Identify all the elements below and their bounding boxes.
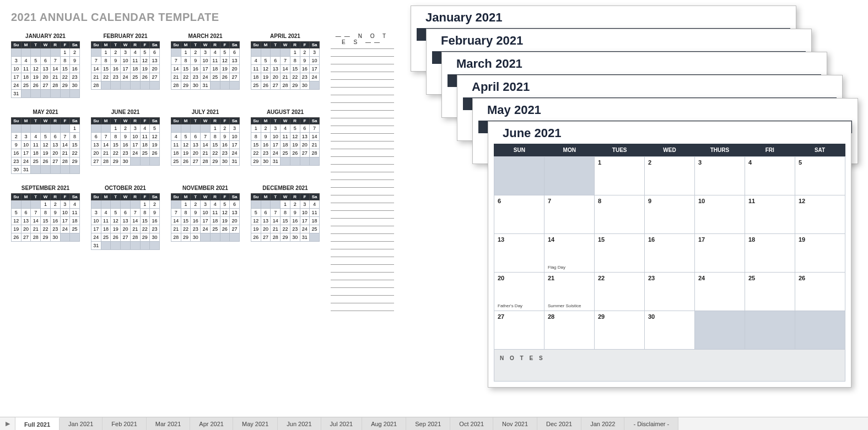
mini-day-cell: 5 [290,124,300,133]
mini-day-cell [150,81,160,90]
mini-dow-header: R [50,42,60,48]
mini-day-cell: 11 [171,141,181,149]
mini-day-cell [21,124,31,133]
notes-line [331,134,394,141]
mini-month-title: AUGUST 2021 [251,109,320,115]
mini-day-cell: 24 [271,149,281,157]
sheet-tab[interactable]: Apr 2021 [190,417,233,430]
mini-day-cell: 22 [210,149,220,157]
day-cell[interactable]: 23 [645,273,695,311]
mini-day-cell: 3 [121,48,131,57]
day-cell[interactable] [695,311,745,350]
month-card-title: May 2021 [478,99,852,121]
day-cell[interactable]: 9 [645,195,695,234]
day-cell[interactable] [494,157,544,195]
sheet-tab[interactable]: Jan 2021 [60,417,103,430]
mini-day-cell: 10 [230,133,240,141]
mini-day-cell: 19 [261,73,271,81]
day-cell[interactable]: 30 [645,311,695,350]
day-cell[interactable]: 16 [645,234,695,273]
sheet-tab[interactable]: - Disclaimer - [624,417,678,430]
mini-day-cell [41,48,51,57]
sheet-tab[interactable]: Dec 2021 [537,417,581,430]
mini-day-cell: 6 [121,209,131,217]
mini-month: AUGUST 2021SuMTWRFSa12345678910111213141… [251,109,320,174]
mini-day-cell [130,81,140,90]
sheet-tab[interactable]: Aug 2021 [362,417,406,430]
day-cell[interactable]: 27 [494,311,544,350]
day-cell[interactable]: 5 [795,157,845,195]
sheet-tab[interactable]: Jan 2022 [581,417,624,430]
mini-day-cell: 10 [121,57,131,65]
mini-day-cell: 31 [12,90,21,98]
mini-day-cell: 19 [31,73,41,81]
mini-day-cell [150,242,160,250]
sheet-tab[interactable]: Oct 2021 [450,417,493,430]
mini-day-cell: 2 [50,200,60,209]
dow-header: TUES [595,144,645,156]
month-notes[interactable]: N O T E S [494,350,845,382]
mini-dow-header: M [261,118,271,124]
day-cell[interactable]: 20Father's Day [494,273,544,311]
mini-dow-header: Su [91,42,101,48]
mini-day-cell: 20 [271,73,281,81]
mini-day-cell [210,81,220,90]
mini-dow-header: Sa [230,42,240,48]
day-cell[interactable]: 15 [595,234,645,273]
mini-dow-header: Su [12,42,21,48]
tab-nav-arrow[interactable]: ▶ [0,417,15,430]
sheet-tab[interactable]: Full 2021 [15,417,60,430]
day-cell[interactable]: 19 [795,234,845,273]
mini-dow-header: F [140,118,150,124]
day-cell[interactable]: 3 [695,157,745,195]
sheet-tab[interactable]: Jun 2021 [278,417,321,430]
day-cell[interactable]: 4 [745,157,795,195]
mini-day-cell: 4 [210,48,220,57]
mini-day-cell: 2 [290,200,300,209]
mini-dow-header: F [60,42,70,48]
sheet-tab[interactable]: May 2021 [233,417,278,430]
mini-day-cell: 14 [31,217,41,225]
mini-day-cell: 5 [111,209,121,217]
day-cell[interactable]: 24 [695,273,745,311]
day-cell[interactable]: 14Flag Day [544,234,595,273]
day-cell[interactable] [795,311,845,350]
day-cell[interactable]: 1 [595,157,645,195]
mini-day-cell [230,81,240,90]
mini-day-cell: 7 [91,57,101,65]
mini-day-cell: 8 [181,209,191,217]
sheet-tab[interactable]: Feb 2021 [103,417,146,430]
mini-day-cell: 6 [41,57,51,65]
day-cell[interactable]: 21Summer Solstice [544,273,595,311]
day-cell[interactable]: 2 [645,157,695,195]
day-cell[interactable]: 10 [695,195,745,234]
day-cell[interactable]: 11 [745,195,795,234]
mini-day-cell: 15 [210,141,220,149]
day-cell[interactable]: 6 [494,195,544,234]
day-cell[interactable]: 28 [544,311,595,350]
day-cell[interactable]: 17 [695,234,745,273]
day-cell[interactable] [544,157,595,195]
day-cell[interactable]: 29 [595,311,645,350]
day-cell[interactable]: 22 [595,273,645,311]
day-cell[interactable]: 25 [745,273,795,311]
sheet-tab[interactable]: Sep 2021 [406,417,450,430]
mini-dow-header: T [31,194,41,200]
sheet-tab[interactable]: Mar 2021 [147,417,190,430]
day-cell[interactable]: 18 [745,234,795,273]
day-cell[interactable] [745,311,795,350]
notes-line [331,211,394,219]
day-cell[interactable]: 26 [795,273,845,311]
mini-day-cell: 28 [31,233,41,242]
mini-day-cell: 8 [251,133,261,141]
sheet-tab[interactable]: Nov 2021 [493,417,537,430]
day-number: 1 [595,157,605,168]
mini-day-cell [191,124,201,133]
sheet-tab[interactable]: Jul 2021 [321,417,363,430]
day-cell[interactable]: 12 [795,195,845,234]
day-cell[interactable]: 13 [494,234,544,273]
day-cell[interactable]: 7 [544,195,595,234]
notes-line [331,165,394,172]
day-cell[interactable]: 8 [595,195,645,234]
notes-line [331,126,394,134]
